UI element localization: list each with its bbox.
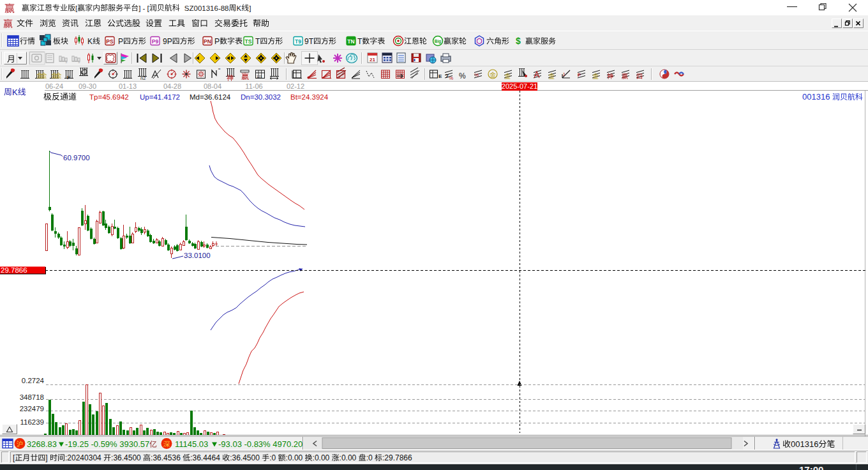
svg-text::36.4464: :36.4464 xyxy=(190,453,220,462)
svg-text:-93.03 -0.83% 4970.20: -93.03 -0.83% 4970.20 xyxy=(218,439,303,449)
svg-text:SZ001316-88: SZ001316-88 xyxy=(184,4,229,12)
svg-text:P: P xyxy=(118,37,123,46)
svg-text:%: % xyxy=(474,72,479,78)
svg-text:001316: 001316 xyxy=(802,92,830,102)
svg-text:9T: 9T xyxy=(304,37,314,46)
svg-text:Bt=24.3924: Bt=24.3924 xyxy=(290,93,329,101)
svg-text:E: E xyxy=(438,73,442,79)
svg-text:]: ] xyxy=(249,4,251,12)
svg-text:Md=36.6124: Md=36.6124 xyxy=(190,93,231,101)
svg-text:60.9700: 60.9700 xyxy=(63,154,90,162)
svg-text:348718: 348718 xyxy=(20,393,44,401)
svg-text::36.4536: :36.4536 xyxy=(151,453,181,462)
svg-text:T: T xyxy=(255,37,260,46)
svg-text::36.4500: :36.4500 xyxy=(111,453,141,462)
svg-text::0: :0 xyxy=(269,453,276,462)
svg-text:PS: PS xyxy=(106,38,114,45)
svg-text:06-24: 06-24 xyxy=(45,82,63,90)
svg-text:Up=41.4172: Up=41.4172 xyxy=(140,93,180,101)
svg-text:0.2724: 0.2724 xyxy=(22,377,45,384)
svg-text::20240304: :20240304 xyxy=(65,453,101,462)
svg-text::0.00: :0.00 xyxy=(286,453,303,462)
svg-text::29.7866: :29.7866 xyxy=(382,453,412,462)
svg-text:]: ] xyxy=(45,453,47,462)
svg-text:001316: 001316 xyxy=(791,439,818,449)
svg-text::0.00: :0.00 xyxy=(340,453,357,462)
svg-text:17:00: 17:00 xyxy=(799,464,823,470)
svg-text::0.00: :0.00 xyxy=(313,453,330,462)
svg-text:T: T xyxy=(357,37,363,46)
svg-text:n2: n2 xyxy=(140,75,146,81)
svg-text:9P: 9P xyxy=(163,37,172,46)
svg-text:09-30: 09-30 xyxy=(79,82,96,90)
svg-text:3268.83: 3268.83 xyxy=(27,439,57,449)
svg-text:PN: PN xyxy=(204,38,211,45)
svg-text:] - [: ] - [ xyxy=(138,4,149,12)
svg-text:P9: P9 xyxy=(152,38,159,45)
svg-text:21: 21 xyxy=(370,57,375,63)
svg-text:29.7866: 29.7866 xyxy=(1,266,27,274)
svg-text:33.0100: 33.0100 xyxy=(184,252,211,259)
svg-text:F: F xyxy=(578,72,581,78)
svg-text:K: K xyxy=(12,87,18,97)
svg-text:K: K xyxy=(236,4,241,12)
svg-text:04-28: 04-28 xyxy=(163,82,181,90)
svg-text:K: K xyxy=(87,37,93,46)
svg-text:232479: 232479 xyxy=(20,405,44,413)
svg-text:Dn=30.3032: Dn=30.3032 xyxy=(241,93,281,101)
svg-text:TN: TN xyxy=(347,38,354,45)
svg-text:-19.25 -0.59% 3930.57: -19.25 -0.59% 3930.57 xyxy=(65,439,149,449)
svg-text:$: $ xyxy=(516,36,521,46)
svg-text:11-06: 11-06 xyxy=(245,82,262,90)
svg-text:%: % xyxy=(459,72,466,80)
svg-text:J: J xyxy=(562,72,565,77)
svg-text:F: F xyxy=(67,75,70,80)
svg-text:123: 123 xyxy=(257,75,262,79)
svg-text:": " xyxy=(218,67,220,73)
svg-text::0: :0 xyxy=(366,453,373,462)
svg-text:11145.03: 11145.03 xyxy=(175,439,208,449)
svg-text:Big: Big xyxy=(435,39,442,44)
svg-text:Tp=45.6942: Tp=45.6942 xyxy=(89,93,129,101)
svg-text:08-04: 08-04 xyxy=(204,82,221,90)
svg-text:T9: T9 xyxy=(295,38,301,45)
svg-text:%: % xyxy=(449,75,453,81)
svg-text::36.4500: :36.4500 xyxy=(230,453,260,462)
svg-text:116239: 116239 xyxy=(20,418,44,426)
svg-text:2025-07-21: 2025-07-21 xyxy=(502,82,537,90)
svg-text:TS: TS xyxy=(245,38,252,45)
svg-text:01-13: 01-13 xyxy=(119,82,137,90)
svg-text:02-12: 02-12 xyxy=(287,82,304,90)
svg-text:P: P xyxy=(214,37,220,46)
